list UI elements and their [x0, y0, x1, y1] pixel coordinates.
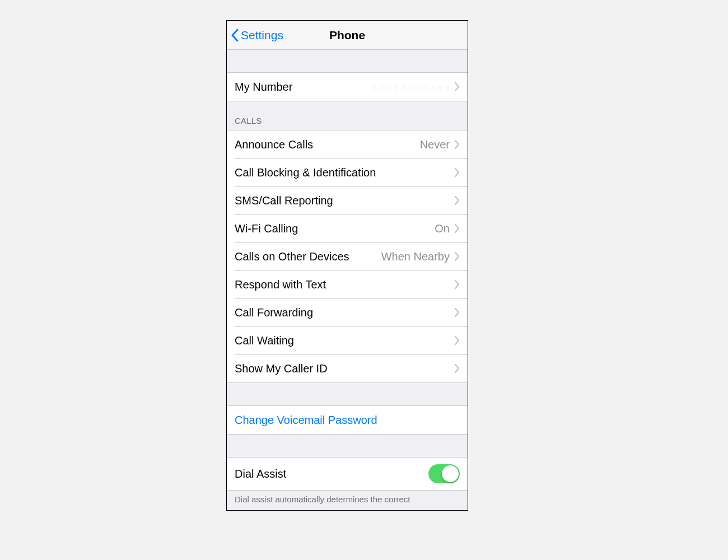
sms-call-reporting-cell[interactable]: SMS/Call Reporting — [227, 186, 468, 214]
cell-value: Never — [420, 138, 450, 151]
phone-settings-screen: Settings Phone My Number · · · · · · · ·… — [226, 20, 468, 511]
calls-group: Announce Calls Never Call Blocking & Ide… — [227, 130, 468, 383]
cell-value: When Nearby — [381, 250, 450, 263]
nav-bar: Settings Phone — [227, 21, 468, 50]
calls-other-devices-cell[interactable]: Calls on Other Devices When Nearby — [227, 242, 468, 270]
cell-label: Change Voicemail Password — [235, 414, 460, 427]
chevron-right-icon — [454, 252, 460, 261]
chevron-right-icon — [454, 196, 460, 205]
chevron-right-icon — [454, 140, 460, 149]
cell-label: My Number — [235, 81, 372, 94]
dial-assist-toggle[interactable] — [428, 464, 460, 483]
my-number-group: My Number · · · · · · · · · · · — [227, 72, 468, 101]
cell-label: Respond with Text — [235, 278, 454, 291]
respond-with-text-cell[interactable]: Respond with Text — [227, 270, 468, 298]
cell-label: Dial Assist — [235, 468, 428, 480]
call-waiting-cell[interactable]: Call Waiting — [227, 326, 468, 354]
page-title: Phone — [329, 29, 365, 42]
dial-assist-footer: Dial assist automatically determines the… — [227, 491, 468, 505]
cell-label: Calls on Other Devices — [235, 250, 381, 263]
chevron-right-icon — [454, 224, 460, 233]
cell-label: Show My Caller ID — [235, 362, 454, 375]
cell-value: On — [435, 222, 450, 235]
dial-assist-cell: Dial Assist — [227, 458, 468, 490]
cell-label: Call Waiting — [235, 334, 454, 347]
toggle-knob — [442, 465, 459, 482]
chevron-left-icon — [230, 27, 240, 43]
call-forwarding-cell[interactable]: Call Forwarding — [227, 298, 468, 326]
change-voicemail-password-cell[interactable]: Change Voicemail Password — [227, 406, 468, 434]
calls-section-header: CALLS — [227, 116, 468, 130]
chevron-right-icon — [454, 336, 460, 345]
my-number-value: · · · · · · · · · · · — [372, 81, 450, 94]
spacer — [227, 50, 468, 72]
back-button[interactable]: Settings — [230, 21, 283, 49]
chevron-right-icon — [454, 168, 460, 177]
spacer — [227, 435, 468, 457]
chevron-right-icon — [454, 364, 460, 373]
cell-label: Call Forwarding — [235, 306, 454, 319]
chevron-right-icon — [454, 280, 460, 289]
show-my-caller-id-cell[interactable]: Show My Caller ID — [227, 354, 468, 382]
cell-label: Announce Calls — [235, 138, 420, 151]
dial-assist-group: Dial Assist — [227, 457, 468, 491]
cell-label: SMS/Call Reporting — [235, 194, 454, 207]
back-label: Settings — [241, 29, 283, 42]
settings-content: My Number · · · · · · · · · · · CALLS An… — [227, 50, 468, 510]
my-number-cell[interactable]: My Number · · · · · · · · · · · — [227, 73, 468, 101]
cell-label: Wi-Fi Calling — [235, 222, 435, 235]
cell-label: Call Blocking & Identification — [235, 166, 454, 179]
wifi-calling-cell[interactable]: Wi-Fi Calling On — [227, 214, 468, 242]
call-blocking-cell[interactable]: Call Blocking & Identification — [227, 158, 468, 186]
voicemail-group: Change Voicemail Password — [227, 405, 468, 435]
spacer — [227, 383, 468, 405]
chevron-right-icon — [454, 308, 460, 317]
chevron-right-icon — [454, 82, 460, 91]
announce-calls-cell[interactable]: Announce Calls Never — [227, 130, 468, 158]
